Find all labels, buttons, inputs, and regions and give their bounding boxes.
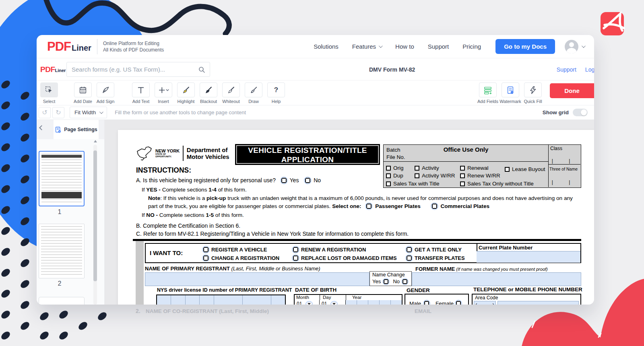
- renew-registration-label: RENEW A REGISTRATION: [301, 247, 366, 253]
- former-name-field[interactable]: [412, 272, 581, 286]
- activity-wrr-checkbox: [415, 173, 419, 178]
- area-code-field[interactable]: ( ): [474, 301, 496, 305]
- sales-tax-only-checkbox: [460, 181, 465, 186]
- document-bar: PDFLiner DMV Form MV-82 Support Log in: [37, 58, 594, 80]
- scroll-up-arrow[interactable]: [94, 140, 97, 142]
- paintbrush-icon: [249, 86, 258, 95]
- office-title: Office Use Only: [384, 146, 548, 153]
- support-link[interactable]: Support: [557, 66, 576, 73]
- zoom-mode-dropdown[interactable]: Fit Width: [70, 107, 107, 118]
- pdfliner-mini-logo[interactable]: PDFLiner: [40, 65, 66, 74]
- male-checkbox[interactable]: [424, 301, 429, 305]
- page-thumbnail-2[interactable]: [39, 224, 85, 278]
- select-tool-button[interactable]: Select: [39, 82, 59, 104]
- month-dropdown[interactable]: 01: [295, 300, 320, 305]
- year-field[interactable]: [346, 300, 402, 305]
- day-dropdown[interactable]: 01: [320, 300, 346, 305]
- commercial-plates-checkbox[interactable]: [432, 204, 437, 209]
- pdf-app-icon: [601, 12, 624, 35]
- sidebar-scrollbar-thumb[interactable]: [93, 150, 97, 281]
- nav-features[interactable]: Features: [352, 43, 382, 50]
- highlight-button[interactable]: Highlight: [176, 82, 196, 104]
- plus-icon: [157, 86, 169, 95]
- pages-sidebar: Page Settings 1 2: [37, 120, 105, 305]
- name-change-yes-checkbox[interactable]: [384, 279, 388, 284]
- dropdown-arrow-icon: [332, 303, 336, 305]
- page-thumbnail-3-partial[interactable]: [39, 297, 85, 305]
- name-change-yes-label: Yes: [372, 278, 381, 284]
- undo-button[interactable]: ↺: [39, 107, 51, 118]
- commercial-plates-label: Commercial Plates: [440, 203, 489, 209]
- office-header: Office Use Only Batch File No.: [384, 145, 548, 162]
- add-text-button[interactable]: Add Text: [131, 82, 151, 104]
- female-checkbox[interactable]: [456, 301, 461, 305]
- name-change-no-checkbox[interactable]: [402, 279, 407, 284]
- show-grid-toggle[interactable]: [573, 109, 588, 116]
- page-settings-tab[interactable]: Page Settings: [54, 120, 99, 139]
- if-no-line: If NO - Complete sections 1-5 of this fo…: [142, 212, 244, 218]
- primary-registrant-field[interactable]: [145, 272, 369, 286]
- dob-divider: [320, 295, 320, 300]
- insert-button[interactable]: Insert: [154, 82, 173, 104]
- get-title-only-checkbox[interactable]: [407, 247, 412, 252]
- add-fields-button[interactable]: Add Fields: [478, 82, 497, 104]
- text-tool-icon: [136, 86, 145, 95]
- help-button[interactable]: ? Help: [266, 82, 286, 104]
- go-to-my-docs-button[interactable]: Go to my Docs: [495, 39, 555, 54]
- transfer-plates-checkbox[interactable]: [407, 255, 412, 261]
- tagline: Online Platform for Editing All Kinds of…: [103, 40, 164, 53]
- mini-logo-liner: Liner: [55, 68, 66, 73]
- office-use-only-box: Office Use Only Batch File No. Orig Acti…: [383, 144, 581, 188]
- current-plate-label: Current Plate Number: [479, 245, 533, 251]
- done-button[interactable]: Done: [550, 83, 594, 98]
- register-vehicle-checkbox[interactable]: [203, 247, 208, 252]
- quick-fill-button[interactable]: Quick Fill: [523, 82, 543, 104]
- nav-support[interactable]: Support: [428, 43, 449, 50]
- login-link[interactable]: Log in: [585, 66, 594, 73]
- nav-solutions[interactable]: Solutions: [314, 43, 339, 50]
- question-mark-icon: ?: [274, 86, 278, 93]
- name-change-label: Name Change: [372, 272, 411, 278]
- blackout-button[interactable]: Blackout: [199, 82, 218, 104]
- nav-pricing[interactable]: Pricing: [462, 43, 481, 50]
- orig-checkbox: [386, 166, 391, 171]
- ny-state-outline-icon: [136, 145, 154, 162]
- instruction-a-text: A. Is this vehicle being registered only…: [136, 177, 276, 183]
- docbar-links: Support Log in: [557, 66, 594, 73]
- pdfliner-logo[interactable]: PDFLiner: [47, 39, 91, 54]
- dmv-text2: Motor Vehicles: [187, 153, 229, 160]
- add-date-button[interactable]: Add Date: [73, 82, 93, 104]
- watermark-button[interactable]: Watermark: [501, 82, 520, 104]
- license-id-label: NYS driver license ID number of PRIMARY …: [157, 287, 292, 293]
- add-sign-button[interactable]: Add Sign: [96, 82, 115, 104]
- license-id-field[interactable]: [156, 295, 286, 305]
- highlight-label: Highlight: [178, 99, 195, 104]
- draw-button[interactable]: Draw: [244, 82, 263, 104]
- collapse-sidebar-icon[interactable]: [39, 125, 44, 130]
- faded-section-number: 2.: [136, 308, 140, 314]
- sidebar-tabstrip: Page Settings: [37, 120, 104, 139]
- section-divider: [133, 239, 581, 241]
- nav-how-to[interactable]: How to: [395, 43, 414, 50]
- current-plate-field[interactable]: [477, 251, 580, 263]
- replace-items-checkbox[interactable]: [293, 255, 298, 261]
- whiteout-button[interactable]: Whiteout: [221, 82, 241, 104]
- personal-use-no-checkbox[interactable]: [305, 178, 310, 183]
- orig-label: Orig: [393, 165, 404, 171]
- passenger-plates-checkbox[interactable]: [366, 204, 372, 209]
- i-want-to-label: I WANT TO:: [150, 249, 183, 256]
- page-thumbnail-1[interactable]: [39, 151, 85, 206]
- redo-button[interactable]: ↻: [52, 107, 64, 118]
- personal-use-yes-checkbox[interactable]: [281, 178, 287, 183]
- ny-text3: OPPORTUNITY.: [155, 156, 180, 158]
- phone-number-field[interactable]: [497, 301, 579, 305]
- add-fields-icon: [483, 86, 492, 95]
- search-icon[interactable]: [198, 66, 205, 73]
- i-want-to-box: I WANT TO: REGISTER A VEHICLE CHANGE A R…: [145, 243, 477, 263]
- renew-registration-checkbox[interactable]: [293, 247, 298, 252]
- class-divider: [549, 164, 580, 165]
- search-input[interactable]: [72, 66, 198, 73]
- chevron-down-icon: [379, 44, 383, 48]
- change-registration-checkbox[interactable]: [203, 255, 208, 261]
- account-menu[interactable]: [565, 40, 584, 54]
